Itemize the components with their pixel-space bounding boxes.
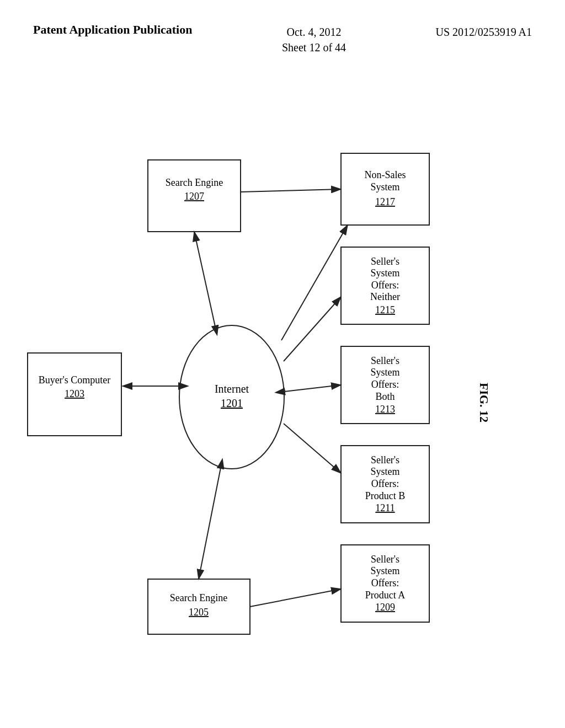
svg-line-18	[250, 589, 341, 607]
page-header: Patent Application Publication Oct. 4, 2…	[0, 22, 565, 55]
sellers-product-b-number: 1211	[375, 502, 395, 513]
sellers-neither-line1: Seller's	[371, 256, 399, 267]
search-engine-bottom-label: Search Engine	[170, 592, 227, 603]
sellers-both-line3: Offers:	[371, 379, 399, 390]
svg-line-16	[284, 385, 341, 392]
sellers-product-b-line4: Product B	[365, 490, 406, 501]
buyers-computer-label-line1: Buyer's Computer	[39, 374, 111, 386]
sellers-product-a-line1: Seller's	[371, 554, 399, 565]
sellers-both-line2: System	[370, 367, 399, 378]
svg-line-15	[284, 297, 341, 361]
sellers-neither-line3: Offers:	[371, 280, 399, 291]
svg-line-12	[194, 232, 215, 326]
sellers-both-line4: Both	[375, 391, 395, 402]
non-sales-label-line1: Non-Sales	[365, 169, 406, 180]
svg-line-19	[241, 189, 341, 192]
publication-date: Oct. 4, 2012	[287, 26, 342, 38]
sellers-both-number: 1213	[375, 404, 395, 415]
svg-line-17	[284, 424, 341, 473]
sellers-product-a-line4: Product A	[365, 590, 406, 601]
sellers-product-a-number: 1209	[375, 602, 395, 613]
diagram-area: Internet 1201 Buyer's Computer 1203 Sear…	[0, 72, 565, 728]
sellers-product-a-line3: Offers:	[371, 577, 399, 588]
sellers-product-b-line1: Seller's	[371, 454, 399, 465]
svg-line-13	[199, 468, 221, 579]
sellers-product-a-line2: System	[370, 565, 399, 576]
internet-label: Internet	[215, 383, 249, 395]
publication-title: Patent Application Publication	[33, 22, 192, 38]
sellers-neither-line4: Neither	[370, 291, 400, 302]
buyers-computer-number: 1203	[65, 388, 84, 399]
sheet-info: Sheet 12 of 44	[282, 41, 346, 53]
sellers-product-b-line2: System	[370, 466, 399, 477]
svg-line-14	[281, 225, 348, 340]
sellers-neither-line2: System	[370, 267, 399, 279]
sellers-product-b-line3: Offers:	[371, 478, 399, 489]
search-engine-top-number: 1207	[184, 191, 204, 202]
non-sales-number: 1217	[375, 196, 395, 207]
non-sales-label-line2: System	[370, 181, 399, 192]
search-engine-bottom-number: 1205	[189, 607, 209, 618]
sellers-both-line1: Seller's	[371, 355, 399, 366]
sellers-neither-number: 1215	[375, 304, 395, 315]
publication-number: US 2012/0253919 A1	[436, 22, 532, 40]
fig-label: FIG. 12	[477, 383, 491, 422]
search-engine-top-label-line1: Search Engine	[166, 177, 223, 188]
internet-number: 1201	[221, 397, 243, 409]
header-date-sheet: Oct. 4, 2012 Sheet 12 of 44	[282, 22, 346, 55]
